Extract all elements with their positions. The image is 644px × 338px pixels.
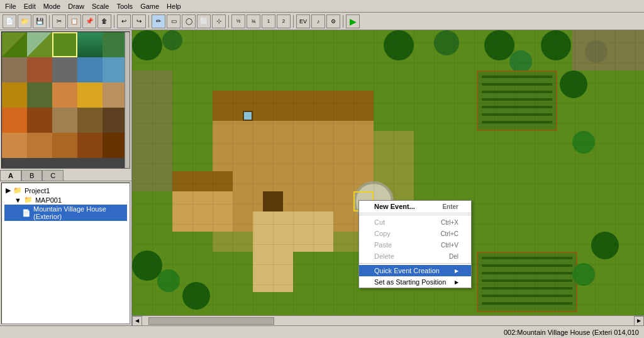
- ctx-paste[interactable]: Paste Ctrl+V: [359, 239, 471, 251]
- sep3: [148, 15, 149, 28]
- toolbar-event1[interactable]: EV: [296, 14, 310, 28]
- tile-32[interactable]: [52, 108, 77, 133]
- tile-11[interactable]: [27, 57, 52, 82]
- menu-draw[interactable]: Draw: [64, 1, 88, 11]
- tile-23[interactable]: [77, 82, 103, 108]
- toolbar-undo[interactable]: ↩: [117, 14, 131, 28]
- tree-map-exterior[interactable]: 📄 Mountain Village House (Exterior): [4, 205, 127, 221]
- sep5: [293, 15, 294, 28]
- project-arrow-icon: ▶: [6, 186, 11, 194]
- menu-game[interactable]: Game: [136, 1, 163, 11]
- toolbar-new[interactable]: 📄: [3, 14, 16, 28]
- toolbar-pencil[interactable]: ✏: [152, 14, 165, 28]
- menu-scale[interactable]: Scale: [88, 1, 113, 11]
- tile-31[interactable]: [27, 108, 52, 133]
- toolbar-copy[interactable]: 📋: [67, 14, 81, 28]
- tileset-area[interactable]: [1, 31, 130, 169]
- tile-21[interactable]: [27, 82, 52, 108]
- toolbar-play[interactable]: ▶: [346, 14, 360, 28]
- main-area: A B C ▶ 📁 Project1 ▼ 📁 MAP001 📄 Mountain…: [0, 30, 644, 325]
- ctx-paste-shortcut: Ctrl+V: [441, 242, 458, 249]
- project-label: Project1: [25, 187, 50, 194]
- toolbar-ellipse[interactable]: ◯: [182, 14, 196, 28]
- toolbar-zoom-full[interactable]: 2: [277, 14, 291, 28]
- tile-12[interactable]: [52, 57, 77, 82]
- menu-help[interactable]: Help: [163, 1, 185, 11]
- menu-file[interactable]: File: [1, 1, 20, 11]
- tab-b[interactable]: B: [21, 170, 42, 181]
- tile-01[interactable]: [27, 32, 52, 57]
- scroll-left-btn[interactable]: ◀: [132, 316, 142, 326]
- tile-34[interactable]: [103, 108, 128, 133]
- tile-43[interactable]: [77, 133, 103, 158]
- toolbar-redo[interactable]: ↪: [132, 14, 146, 28]
- tile-44[interactable]: [103, 133, 128, 158]
- toolbar-rect[interactable]: ▭: [167, 14, 180, 28]
- toolbar-fill[interactable]: ⬜: [197, 14, 211, 28]
- tile-42[interactable]: [52, 133, 77, 158]
- ctx-new-event-label: New Event...: [374, 203, 415, 210]
- tileset-grid: [2, 32, 128, 158]
- toolbar-open[interactable]: 📁: [18, 14, 31, 28]
- tile-30[interactable]: [2, 108, 27, 133]
- ctx-quick-event[interactable]: Quick Event Creation ▶: [359, 265, 471, 276]
- hscrollbar[interactable]: ◀ ▶: [132, 315, 644, 325]
- tile-33[interactable]: [77, 108, 103, 133]
- ctx-cut[interactable]: Cut Ctrl+X: [359, 217, 471, 228]
- ctx-new-event[interactable]: New Event... Enter: [359, 201, 471, 213]
- tile-14[interactable]: [103, 57, 128, 82]
- hscroll-track[interactable]: [142, 317, 634, 325]
- map001-label: MAP001: [35, 196, 62, 204]
- toolbar-delete[interactable]: 🗑: [97, 14, 111, 28]
- map-folder-icon: 📁: [24, 196, 33, 204]
- sep6: [343, 15, 343, 28]
- ctx-quick-event-arrow: ▶: [455, 268, 458, 274]
- tile-02[interactable]: [52, 32, 77, 57]
- map-area[interactable]: New Event... Enter Cut Ctrl+X Copy Ctrl+…: [132, 30, 644, 325]
- tree-project1[interactable]: ▶ 📁 Project1: [4, 186, 127, 195]
- tab-c[interactable]: C: [42, 170, 64, 181]
- ctx-quick-event-label: Quick Event Creation: [374, 267, 440, 274]
- menu-tools[interactable]: Tools: [113, 1, 136, 11]
- tile-41[interactable]: [27, 133, 52, 158]
- tile-10[interactable]: [2, 57, 27, 82]
- tile-24[interactable]: [103, 82, 128, 108]
- hscroll-thumb[interactable]: [148, 317, 274, 325]
- menu-edit[interactable]: Edit: [20, 1, 40, 11]
- ctx-delete[interactable]: Delete Del: [359, 251, 471, 262]
- context-menu: New Event... Enter Cut Ctrl+X Copy Ctrl+…: [358, 200, 472, 288]
- toolbar-select[interactable]: ⊹: [212, 14, 226, 28]
- toolbar-zoom-1[interactable]: ¾: [247, 14, 260, 28]
- ctx-sep2: [359, 263, 471, 264]
- ctx-new-event-shortcut: Enter: [442, 203, 458, 210]
- tile-04[interactable]: [103, 32, 128, 57]
- tile-13[interactable]: [77, 57, 103, 82]
- tile-03[interactable]: [77, 32, 103, 57]
- ctx-copy-shortcut: Ctrl+C: [440, 230, 458, 237]
- toolbar-cut[interactable]: ✂: [52, 14, 66, 28]
- statusbar: 002:Mountain Village House (Exteri 014,0…: [0, 325, 644, 338]
- toolbar-event2[interactable]: ♪: [311, 14, 325, 28]
- ctx-copy[interactable]: Copy Ctrl+C: [359, 228, 471, 239]
- statusbar-text: 002:Mountain Village House (Exteri 014,0…: [504, 329, 639, 336]
- toolbar-save[interactable]: 💾: [33, 14, 47, 28]
- toolbar-event3[interactable]: ⚙: [326, 14, 340, 28]
- map-name-label: Mountain Village House (Exterior): [33, 205, 126, 220]
- sep2: [114, 15, 114, 28]
- sep1: [49, 15, 50, 28]
- ctx-set-starting-label: Set as Starting Position: [374, 278, 446, 286]
- tree-map001[interactable]: ▼ 📁 MAP001: [4, 195, 127, 205]
- tile-20[interactable]: [2, 82, 27, 108]
- tile-40[interactable]: [2, 133, 27, 158]
- tile-00[interactable]: [2, 32, 27, 57]
- menu-mode[interactable]: Mode: [40, 1, 65, 11]
- tab-a[interactable]: A: [0, 170, 21, 181]
- ctx-sep1: [359, 215, 471, 215]
- tileset-scrollbar[interactable]: [125, 32, 130, 168]
- scroll-right-btn[interactable]: ▶: [634, 316, 644, 326]
- tile-22[interactable]: [52, 82, 77, 108]
- toolbar-zoom-half[interactable]: ½: [231, 14, 245, 28]
- toolbar-zoom-2[interactable]: 1: [262, 14, 275, 28]
- ctx-set-starting[interactable]: Set as Starting Position ▶: [359, 276, 471, 288]
- toolbar-paste[interactable]: 📌: [82, 14, 96, 28]
